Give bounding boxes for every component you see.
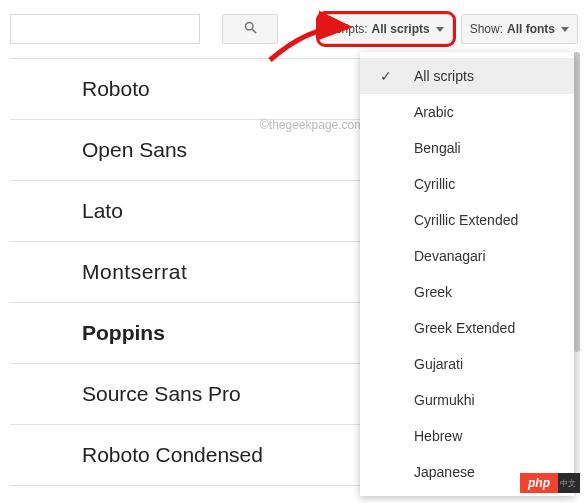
scrollbar-thumb[interactable] [574,52,580,352]
show-label-value: All fonts [507,22,555,36]
scripts-option[interactable]: Cyrillic Extended [360,202,574,238]
scripts-option[interactable]: Gurmukhi [360,382,574,418]
scripts-dropdown-button[interactable]: Scripts: All scripts [319,14,453,44]
source-badge-php: php [520,473,558,493]
chevron-down-icon [561,27,569,32]
scripts-option-label: Greek Extended [414,320,515,336]
scripts-option[interactable]: Greek [360,274,574,310]
scripts-option-label: Cyrillic Extended [414,212,518,228]
show-dropdown-button[interactable]: Show: All fonts [461,14,578,44]
dropdown-scrollbar[interactable] [574,52,580,492]
scripts-option-label: Gujarati [414,356,463,372]
scripts-option[interactable]: ✓All scripts [360,58,574,94]
check-icon: ✓ [380,68,392,84]
search-icon [243,20,258,39]
scripts-option-label: Greek [414,284,452,300]
scripts-dropdown-panel: ✓All scriptsArabicBengaliCyrillicCyrilli… [360,52,574,496]
scripts-option-label: Bengali [414,140,461,156]
source-badge-dark: 中文 [556,473,580,493]
scripts-option-label: Cyrillic [414,176,455,192]
svg-point-0 [245,22,253,30]
scripts-option[interactable]: Arabic [360,94,574,130]
scripts-option-label: Devanagari [414,248,486,264]
scripts-option[interactable]: Greek Extended [360,310,574,346]
scripts-option-label: Arabic [414,104,454,120]
show-label-prefix: Show: [470,22,503,36]
svg-line-1 [252,29,256,33]
search-input[interactable] [10,14,200,44]
scripts-label-prefix: Scripts: [328,22,368,36]
scripts-option-label: Hebrew [414,428,462,444]
scripts-option-label: Gurmukhi [414,392,475,408]
scripts-option[interactable]: Devanagari [360,238,574,274]
scripts-option-label: All scripts [414,68,474,84]
scripts-option[interactable]: Hebrew [360,418,574,454]
scripts-option-label: Japanese [414,464,475,480]
scripts-option[interactable]: Bengali [360,130,574,166]
scripts-option[interactable]: Gujarati [360,346,574,382]
scripts-label-value: All scripts [372,22,430,36]
chevron-down-icon [436,27,444,32]
toolbar: Scripts: All scripts Show: All fonts [0,0,584,58]
scripts-option[interactable]: Cyrillic [360,166,574,202]
search-button[interactable] [222,14,278,44]
